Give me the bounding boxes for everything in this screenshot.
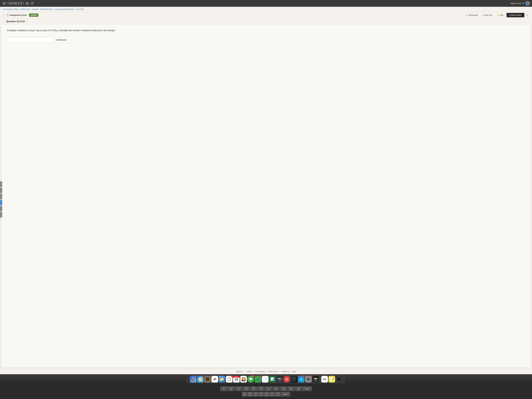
dock-item-fontbook[interactable]: Aa [321,376,328,382]
key-f9[interactable]: ⏭ F9 [273,386,279,391]
hint-label: Hint [500,14,503,16]
footer-careers[interactable]: careers [245,371,254,373]
dock-item-trash[interactable]: 🗑 [336,376,342,382]
dock-item-photos[interactable]: 🌄 [240,376,247,382]
assignment-nav-up[interactable]: ⬆ [18,2,20,4]
side-panels [0,182,2,217]
side-panel-6[interactable] [0,212,2,217]
assignment-selector[interactable]: Ch 7 HW ⬆ ⬇ [7,1,24,5]
key-asterisk[interactable]: * π [253,392,258,397]
dock-item-preview[interactable]: 📄 [262,376,268,382]
footer-about[interactable]: about us [235,371,245,373]
footer-contact[interactable]: contact us [280,371,291,373]
question-next-button[interactable]: › [26,20,28,23]
resources-icon: ☐ [466,14,468,16]
hint-button[interactable]: 💡 Hint [495,13,505,17]
safari-icon: 🧭 [197,376,204,382]
dock-item-screenshot[interactable]: 📸 [312,376,319,382]
check-answer-button[interactable]: Check Answer [507,13,524,17]
give-up-button[interactable]: ⎋ Give Up? [481,13,494,17]
question-prev-button[interactable]: ‹ [3,20,5,23]
key-dash[interactable]: — - [270,392,275,397]
give-up-icon: ⎋ [482,14,483,16]
dock-item-excel[interactable]: 📊 [269,376,276,382]
key-hash[interactable]: # ∫ [242,392,247,397]
screenshot-icon: 📸 [312,376,319,382]
photos-icon: 🌄 [240,376,247,382]
dock-item-finder[interactable]: 📁 [219,376,225,382]
dock-item-dnd[interactable]: ⊘ [284,376,290,382]
browser-chrome: ◀ Ch 7 HW ⬆ ⬇ ▶ ? Najma Jama ▼ 👤 [0,0,532,7]
key-f7[interactable]: ⏮ F7 [258,386,265,391]
fullscreen-button[interactable]: ⤢ [526,13,529,17]
key-delete[interactable]: delete [303,386,312,391]
question-counter: Question 15 of 23 [6,20,25,23]
help-button[interactable]: ? [30,1,34,5]
dock-item-music[interactable]: 🎵 [291,376,297,382]
side-panel-3[interactable] [0,194,2,199]
reminders-icon: 📋 1 [226,376,233,382]
key-f2[interactable]: ☀ F2 [220,386,227,391]
symbol-key-row: # ∫ & ∂ * π ( √ ) ∑ — - + = delete [1,392,531,397]
sysprefs-badge: 2 [310,375,312,377]
dock-item-chrome[interactable] [211,376,218,382]
appstore-badge: 13 [302,375,305,377]
breadcrumb: Community College - CHEM 1020 - Spring20… [0,7,532,12]
nav-back-button[interactable]: ◀ [2,1,6,5]
dock-item-messages[interactable]: 💬 89 [247,376,254,382]
dock-item-notes[interactable]: 📝 [329,376,335,382]
score-badge: 42.6% [29,13,38,17]
key-ampersand[interactable]: & ∂ [247,392,253,397]
key-close-paren[interactable]: ) ∑ [264,392,269,397]
messages-badge: 89 [252,375,254,377]
dock-item-appstore[interactable]: A 13 [298,376,304,382]
answer-input[interactable] [7,37,54,43]
breadcrumb-community-college[interactable]: Community College - CHEM 1020 - Spring20… [3,8,52,10]
dock-item-camera[interactable]: 📷 [276,376,283,382]
assignment-nav-down[interactable]: ⬇ [21,2,22,4]
camera-icon: 📷 [276,376,283,382]
collapse-button[interactable]: ‹ [3,13,5,17]
facetime-badge: 6 [260,375,262,377]
key-f4[interactable]: ⌘ F4 [235,386,242,391]
dock-item-sysprefs[interactable]: ⚙ 2 [305,376,312,382]
side-panel-4[interactable] [0,200,2,205]
footer-terms[interactable]: terms of use [267,371,280,373]
give-up-label: Give Up? [484,14,492,16]
key-open-paren[interactable]: ( √ [259,392,264,397]
key-f11[interactable]: 🔉 F11 [288,386,295,391]
key-f12[interactable]: 🔊 F12 [295,386,302,391]
avatar[interactable]: 👤 [525,1,530,6]
dock-item-safari[interactable]: 🧭 [197,376,204,382]
key-f10[interactable]: 🔇 F10 [280,386,287,391]
key-f3[interactable]: ⊞ F3 [228,386,235,391]
key-f8[interactable]: ⏯ F8 [265,386,272,391]
side-panel-2[interactable] [0,188,2,193]
user-dropdown-arrow[interactable]: ▼ [522,2,524,4]
keyboard-area: ☀ F2 ⊞ F3 ⌘ F4 ⌨ F5 ⌨ F6 ⏮ F7 ⏯ F8 ⏭ F9 [0,384,532,399]
footer-help[interactable]: help [291,371,297,373]
footer-privacy[interactable]: privacy policy [254,371,267,373]
resources-button[interactable]: ☐ Resources [464,13,479,17]
nav-forward-button[interactable]: ▶ [25,1,29,5]
dock-item-launchpad[interactable]: 🚀 [190,376,196,382]
key-f6[interactable]: ⌨ F6 [250,386,257,391]
dock-item-facetime[interactable]: 📹 6 [255,376,261,382]
toolbar: ‹ i Assignment Score: 42.6% ☐ Resources … [0,12,532,19]
key-delete-2[interactable]: delete [281,392,290,397]
breadcrumb-activities[interactable]: Activities and Due Dates [54,8,74,10]
dock: 🚀 🧭 🖼 📁 [187,375,345,383]
key-f5[interactable]: ⌨ F5 [243,386,250,391]
dock-item-reminders[interactable]: 📋 1 [226,376,233,382]
dock-item-calendar[interactable]: APR 16 [233,376,240,382]
image-icon: 🖼 [204,376,211,382]
side-panel-5[interactable] [0,206,2,211]
hint-icon: 💡 [497,14,499,16]
side-panel-1[interactable] [0,182,2,187]
dock-item-image[interactable]: 🖼 [204,376,211,382]
macos-dock-area: 🚀 🧭 🖼 📁 [0,374,532,384]
calendar-month: APR [233,376,240,378]
info-icon[interactable]: i [6,14,9,16]
key-plus[interactable]: + = [275,392,280,397]
assignment-score-section: i Assignment Score: [6,14,27,16]
